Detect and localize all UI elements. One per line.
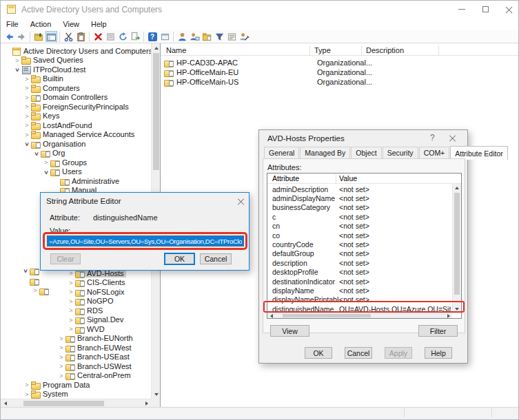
chevron-icon[interactable] bbox=[13, 65, 21, 73]
tree-item-program-data[interactable]: Program Data bbox=[1, 380, 151, 390]
chevron-icon[interactable] bbox=[23, 140, 31, 147]
chevron-icon[interactable] bbox=[57, 362, 65, 370]
cancel-button[interactable]: Cancel bbox=[200, 253, 232, 264]
scroll-up-icon[interactable] bbox=[453, 185, 461, 191]
tree-item-domain[interactable]: ITProCloud.test bbox=[1, 65, 151, 74]
tab-security[interactable]: Security bbox=[383, 147, 418, 159]
chevron-icon[interactable] bbox=[23, 75, 31, 83]
chevron-icon[interactable] bbox=[23, 103, 31, 110]
tree-item-wvd[interactable]: WVD bbox=[1, 324, 151, 334]
chevron-icon[interactable] bbox=[23, 381, 31, 388]
tree-item-signal-dev[interactable]: Signal.Dev bbox=[1, 315, 151, 325]
delete-icon[interactable] bbox=[92, 31, 104, 42]
new-user-icon[interactable] bbox=[176, 31, 188, 42]
tree-item-system[interactable]: System bbox=[1, 390, 151, 399]
column-header-type[interactable]: Type bbox=[314, 46, 331, 54]
tree-item-saved-queries[interactable]: Saved Queries bbox=[1, 56, 151, 65]
help-button[interactable]: Help bbox=[425, 347, 452, 359]
paste-icon[interactable] bbox=[75, 31, 87, 42]
tree-item-root[interactable]: Active Directory Users and Computers [AD… bbox=[1, 46, 151, 56]
scroll-up-icon[interactable] bbox=[152, 44, 161, 52]
chevron-icon[interactable] bbox=[23, 112, 31, 120]
value-column-header[interactable]: Value bbox=[339, 174, 357, 182]
tree-item-foreignsecurityprincipals[interactable]: ForeignSecurityPrincipals bbox=[1, 102, 151, 112]
attr-column-header[interactable]: Attribute bbox=[272, 174, 299, 182]
tree-item-groups[interactable]: Groups bbox=[1, 158, 151, 167]
scroll-left-icon[interactable] bbox=[268, 313, 274, 319]
chevron-icon[interactable] bbox=[67, 297, 75, 305]
scrollbar-thumb[interactable] bbox=[454, 193, 460, 295]
tree-item-lostandfound[interactable]: LostAndFound bbox=[1, 120, 151, 130]
chevron-icon[interactable] bbox=[23, 121, 31, 129]
column-divider[interactable] bbox=[361, 45, 362, 55]
maximize-button[interactable] bbox=[474, 1, 497, 18]
export-list-icon[interactable] bbox=[130, 31, 141, 42]
tree-item-builtin[interactable]: Builtin bbox=[1, 74, 151, 84]
scrollbar-thumb[interactable] bbox=[283, 314, 371, 317]
column-divider[interactable] bbox=[438, 45, 439, 55]
attribute-row[interactable]: businessCategory<not set> bbox=[267, 203, 451, 212]
minimize-button[interactable] bbox=[450, 1, 474, 18]
view-button[interactable]: View bbox=[270, 325, 309, 337]
view-options-icon[interactable] bbox=[226, 31, 238, 42]
attribute-row[interactable]: adminDescription<not set> bbox=[267, 185, 451, 193]
chevron-icon[interactable] bbox=[67, 288, 75, 295]
new-organizational-unit-icon[interactable] bbox=[201, 31, 213, 42]
tab-object[interactable]: Object bbox=[351, 147, 381, 159]
chevron-icon[interactable] bbox=[23, 390, 31, 398]
attributes-horizontal-scrollbar[interactable] bbox=[267, 313, 452, 318]
tree-item-organisation[interactable]: Organisation bbox=[1, 139, 151, 149]
tree-item-managed-service-accounts[interactable]: Managed Service Accounts bbox=[1, 130, 151, 140]
show-console-tree-icon[interactable] bbox=[45, 31, 57, 42]
ok-button[interactable]: OK bbox=[305, 347, 332, 359]
attribute-row[interactable]: countryCode<not set> bbox=[267, 240, 451, 249]
tree-item-rds[interactable]: RDS bbox=[1, 306, 151, 315]
apply-button[interactable]: Apply bbox=[385, 347, 412, 359]
chevron-icon[interactable] bbox=[23, 94, 31, 101]
menu-file[interactable]: File bbox=[6, 19, 25, 30]
tree-item-central-onprem[interactable]: Central-onPrem bbox=[1, 371, 151, 381]
cancel-button[interactable]: Cancel bbox=[345, 347, 372, 359]
chevron-icon[interactable] bbox=[67, 325, 75, 333]
scroll-left-icon[interactable] bbox=[1, 399, 9, 407]
scrollbar-thumb[interactable] bbox=[23, 401, 104, 406]
chevron-icon[interactable] bbox=[67, 316, 75, 324]
attribute-row[interactable]: c<not set> bbox=[267, 212, 451, 221]
list-row[interactable]: HP-OfficeMain-USOrganizational... bbox=[164, 77, 509, 87]
scroll-down-icon[interactable] bbox=[152, 390, 161, 398]
value-input[interactable] bbox=[47, 235, 244, 246]
chevron-icon[interactable] bbox=[57, 335, 65, 342]
menu-action[interactable]: Action bbox=[30, 19, 58, 30]
forward-icon[interactable] bbox=[16, 31, 28, 42]
cut-icon[interactable] bbox=[63, 31, 74, 42]
scrollbar-thumb[interactable] bbox=[153, 53, 159, 170]
chevron-icon[interactable] bbox=[67, 279, 75, 286]
tree-item-branch-euwest[interactable]: Branch-EUWest bbox=[1, 343, 151, 353]
attribute-row[interactable]: displayName<not set> bbox=[267, 286, 451, 295]
tree-item-nofslogix[interactable]: NoFSLogix bbox=[1, 287, 151, 297]
attribute-row[interactable]: adminDisplayName<not set> bbox=[267, 193, 451, 202]
attribute-row[interactable]: cn<not set> bbox=[267, 222, 451, 231]
scroll-right-icon[interactable] bbox=[445, 313, 451, 319]
tree-item-branch-uswest[interactable]: Branch-USWest bbox=[1, 361, 151, 371]
menu-view[interactable]: View bbox=[63, 19, 85, 30]
tree-item-org[interactable]: Org bbox=[1, 149, 151, 158]
tree-item-domain-controllers[interactable]: Domain Controllers bbox=[1, 93, 151, 103]
chevron-icon[interactable] bbox=[23, 84, 31, 92]
list-row[interactable]: HP-CAD3D-APACOrganizational... bbox=[164, 58, 509, 67]
tree-item-branch-eunorth[interactable]: Branch-EUNorth bbox=[1, 334, 151, 344]
attributes-vertical-scrollbar[interactable] bbox=[452, 184, 461, 313]
refresh-icon[interactable] bbox=[117, 31, 129, 42]
attribute-row[interactable]: defaultGroup<not set> bbox=[267, 249, 451, 258]
tab-com-plus[interactable]: COM+ bbox=[419, 147, 450, 159]
attributes-list[interactable]: Attribute Value adminDescription<not set… bbox=[267, 173, 462, 319]
attribute-row[interactable]: co<not set> bbox=[267, 231, 451, 240]
chevron-icon[interactable] bbox=[32, 149, 41, 157]
tree-item-computers[interactable]: Computers bbox=[1, 83, 151, 93]
tree-item-branch-useast[interactable]: Branch-USEast bbox=[1, 353, 151, 362]
properties-icon[interactable] bbox=[105, 31, 116, 42]
column-divider[interactable] bbox=[336, 174, 336, 183]
up-one-level-icon[interactable] bbox=[33, 31, 45, 42]
list-row[interactable]: HP-OfficeMain-EUOrganizational... bbox=[164, 67, 509, 77]
attribute-row[interactable]: desktopProfile<not set> bbox=[267, 268, 451, 277]
